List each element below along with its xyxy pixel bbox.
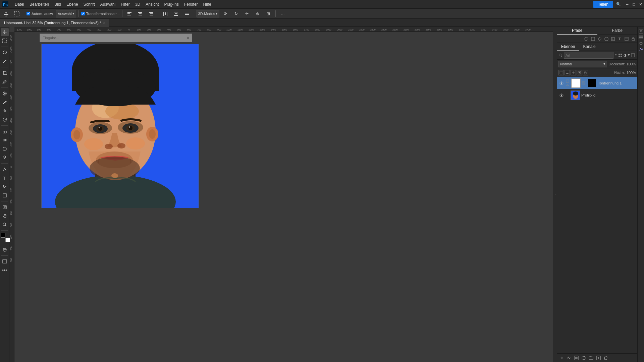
layer-add-bottom-icon[interactable]: [595, 355, 601, 361]
hand-tool[interactable]: [1, 212, 9, 220]
layer-mask-bottom-icon[interactable]: [573, 355, 579, 361]
layer-visibility-icon-1[interactable]: [559, 81, 564, 85]
panel-icon-3[interactable]: [639, 41, 643, 46]
3d-roll-icon[interactable]: ↻: [231, 9, 241, 18]
zoom-tool[interactable]: [1, 221, 9, 229]
quick-mask-tool[interactable]: [1, 246, 9, 254]
layer-link-icon-1[interactable]: ⛓: [582, 81, 585, 85]
share-button[interactable]: Teilen: [593, 1, 613, 8]
crop-tool[interactable]: [1, 69, 9, 77]
tab-kanaele[interactable]: Kanäle: [579, 43, 599, 51]
selection-tool[interactable]: [1, 37, 9, 45]
menu-fenster[interactable]: Fenster: [181, 1, 201, 7]
layer-group-bottom-icon[interactable]: [588, 355, 594, 361]
lock-artboard-icon[interactable]: [577, 70, 582, 75]
opacity-value[interactable]: 100%: [627, 62, 636, 66]
eyedropper-tool[interactable]: [1, 78, 9, 86]
lock-all-icon[interactable]: [583, 70, 588, 75]
3d-rotate-icon[interactable]: ⟳: [221, 9, 230, 18]
layer-item-tontrennung[interactable]: ⛓ Tontrennung 1: [557, 77, 637, 89]
menu-bild[interactable]: Bild: [52, 1, 64, 7]
prop-lock-icon[interactable]: [631, 36, 636, 42]
distribute-v-icon[interactable]: [171, 9, 181, 18]
panel-icon-1[interactable]: [639, 29, 643, 34]
history-tool[interactable]: [1, 116, 9, 124]
layer-smart-icon-1[interactable]: [566, 83, 569, 86]
tab-close-button[interactable]: ×: [103, 21, 105, 24]
align-right-icon[interactable]: [146, 9, 156, 18]
blend-mode-dropdown[interactable]: Normal ▾: [558, 61, 607, 67]
menu-bearbeiten[interactable]: Bearbeiten: [27, 1, 52, 7]
gradient-tool[interactable]: [1, 136, 9, 144]
3d-pan-icon[interactable]: ✛: [242, 9, 252, 18]
menu-ansicht[interactable]: Ansicht: [143, 1, 161, 7]
panel-icon-2[interactable]: [639, 35, 643, 40]
document-tab[interactable]: Unbenannt-1 bei 32,5% (Tontrennung 1, Eb…: [0, 19, 109, 27]
prop-rounded-rect-icon[interactable]: [604, 36, 609, 42]
tab-ebenen[interactable]: Ebenen: [557, 43, 579, 51]
clone-tool[interactable]: [1, 107, 9, 115]
popup-close-button[interactable]: ×: [187, 36, 189, 40]
align-left-icon[interactable]: [125, 9, 134, 18]
extras-tool[interactable]: •••: [1, 266, 9, 274]
pen-tool[interactable]: [1, 165, 9, 173]
maximize-button[interactable]: □: [631, 1, 637, 8]
move-tool-icon[interactable]: [1, 9, 11, 18]
note-tool[interactable]: [1, 203, 9, 211]
layer-visibility-icon-2[interactable]: [559, 93, 564, 98]
layer-item-profilbild[interactable]: Profilbild: [557, 89, 637, 101]
menu-filter[interactable]: Filter: [118, 1, 132, 7]
prop-diamond-icon[interactable]: [597, 36, 602, 42]
canvas-area[interactable]: Eingabe... ×: [14, 32, 553, 362]
type-tool[interactable]: T: [1, 174, 9, 182]
magic-wand-tool[interactable]: [1, 57, 9, 65]
tab-pfade[interactable]: Pfade: [557, 27, 597, 35]
lasso-tool[interactable]: [1, 49, 9, 57]
dodge-tool[interactable]: [1, 154, 9, 162]
layer-fx-bottom-icon[interactable]: fx: [566, 355, 572, 361]
close-button[interactable]: ✕: [637, 1, 644, 8]
menu-plugins[interactable]: Plug-ins: [162, 1, 181, 7]
more-options-icon[interactable]: ...: [278, 9, 287, 18]
shape-tool[interactable]: [1, 191, 9, 199]
search-layers-icon[interactable]: [558, 53, 562, 58]
filter-text-icon[interactable]: T: [628, 53, 630, 58]
prop-circle-icon[interactable]: [584, 36, 589, 42]
3d-scale-icon[interactable]: ⊞: [264, 9, 273, 18]
align-center-icon[interactable]: [136, 9, 145, 18]
heal-tool[interactable]: [1, 89, 9, 98]
fill-value[interactable]: 100%: [627, 71, 636, 75]
transform-checkbox[interactable]: Transformationsstr...: [81, 12, 120, 16]
filter-shape-icon[interactable]: [631, 53, 635, 58]
menu-schrift[interactable]: Schrift: [81, 1, 98, 7]
minimize-button[interactable]: –: [624, 1, 631, 8]
search-icon[interactable]: 🔍: [616, 2, 621, 7]
panel-icon-4[interactable]: [639, 47, 643, 52]
3d-slide-icon[interactable]: ⊕: [253, 9, 262, 18]
menu-datei[interactable]: Datei: [12, 1, 27, 7]
3d-mode-dropdown[interactable]: 3D-Modus ▾: [197, 10, 220, 17]
auto-select-checkbox[interactable]: Autom. ausw..: [26, 12, 55, 16]
layer-search-input[interactable]: [564, 52, 613, 59]
prop-frame-icon[interactable]: [610, 36, 616, 42]
layer-link-bottom-icon[interactable]: [558, 355, 565, 361]
foreground-color[interactable]: [1, 233, 9, 241]
menu-ebene[interactable]: Ebene: [64, 1, 81, 7]
prop-rect-icon[interactable]: [590, 36, 596, 42]
panel-collapse-button[interactable]: ›: [553, 27, 557, 362]
filter-pixel-icon[interactable]: [618, 53, 622, 58]
distribute-h-icon[interactable]: [161, 9, 170, 18]
menu-3d[interactable]: 3D: [132, 1, 143, 7]
screen-mode-tool[interactable]: [1, 257, 9, 265]
filter-adjust-icon[interactable]: ◑: [624, 53, 627, 58]
distribute-more-icon[interactable]: [182, 9, 192, 18]
layer-adjustment-bottom-icon[interactable]: [581, 355, 587, 361]
filter-type-icon[interactable]: ≡: [615, 53, 617, 58]
eraser-tool[interactable]: [1, 127, 9, 135]
lock-transparent-icon[interactable]: [558, 70, 564, 75]
move-tool[interactable]: [1, 28, 9, 36]
layer-delete-bottom-icon[interactable]: [603, 355, 609, 361]
layer-fx-icon-1[interactable]: [566, 79, 569, 83]
menu-hilfe[interactable]: Hilfe: [201, 1, 214, 7]
menu-auswahl[interactable]: Auswahl: [98, 1, 118, 7]
